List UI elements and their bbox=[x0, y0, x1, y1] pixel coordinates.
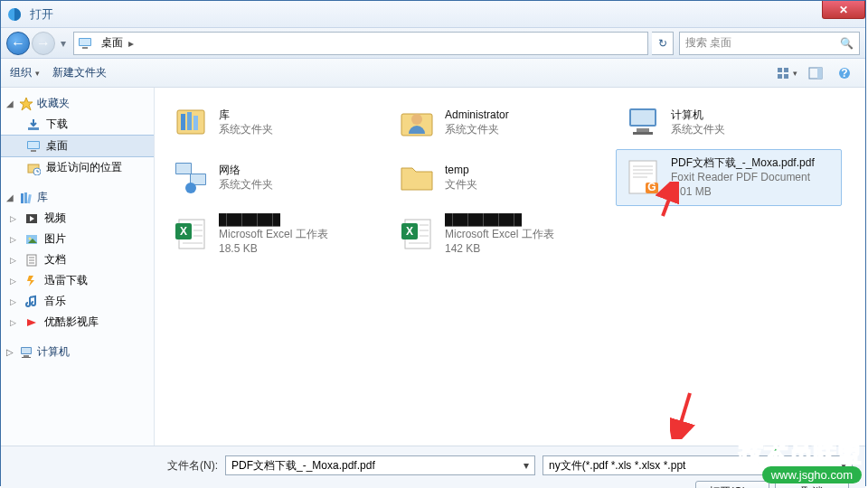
filename-combobox[interactable]: PDF文档下载_-_Moxa.pdf.pdf bbox=[225, 455, 535, 475]
xunlei-icon bbox=[24, 274, 39, 288]
sidebar-item-document[interactable]: ▷文档 bbox=[1, 249, 154, 270]
tree-header-computer[interactable]: ▷ 计算机 bbox=[1, 342, 154, 362]
close-button[interactable]: ✕ bbox=[822, 1, 865, 19]
file-size: 142 KB bbox=[445, 241, 554, 256]
svg-marker-32 bbox=[27, 319, 36, 326]
desktop-icon bbox=[26, 139, 41, 154]
help-button[interactable]: ? bbox=[833, 63, 856, 83]
svg-marker-31 bbox=[27, 276, 34, 286]
svg-rect-34 bbox=[22, 348, 31, 353]
file-item[interactable]: X████████Microsoft Excel 工作表18.5 KB bbox=[164, 206, 390, 263]
computer-icon bbox=[19, 345, 33, 360]
breadcrumb[interactable]: 桌面 ▸ bbox=[73, 32, 648, 55]
file-type: 系统文件夹 bbox=[445, 122, 509, 136]
file-item[interactable]: 库系统文件夹 bbox=[164, 95, 390, 149]
svg-rect-46 bbox=[633, 132, 653, 135]
file-size: 1.01 MB bbox=[671, 184, 815, 199]
breadcrumb-segment[interactable]: 桌面 bbox=[98, 35, 127, 51]
dialog-bottom-panel: 文件名(N): PDF文档下载_-_Moxa.pdf.pdf ny文件(*.pd… bbox=[1, 446, 865, 488]
help-icon: ? bbox=[838, 67, 851, 80]
navigation-bar: ← → ▾ 桌面 ▸ ↻ 搜索 桌面 🔍 bbox=[1, 28, 865, 59]
svg-rect-5 bbox=[784, 68, 788, 72]
search-icon: 🔍 bbox=[840, 37, 854, 50]
svg-rect-21 bbox=[27, 193, 32, 202]
sidebar-item-music[interactable]: ▷音乐 bbox=[1, 291, 154, 312]
svg-marker-12 bbox=[20, 98, 33, 110]
sidebar-item-xunlei[interactable]: ▷迅雷下载 bbox=[1, 270, 154, 291]
svg-rect-45 bbox=[637, 128, 649, 132]
preview-pane-button[interactable] bbox=[804, 63, 827, 83]
svg-text:G: G bbox=[647, 181, 656, 193]
file-item[interactable]: 网络系统文件夹 bbox=[164, 149, 390, 206]
new-folder-button[interactable]: 新建文件夹 bbox=[52, 65, 107, 80]
arrow-left-icon: ← bbox=[11, 35, 25, 52]
file-item[interactable]: 计算机系统文件夹 bbox=[616, 95, 842, 149]
folder-icon bbox=[396, 155, 438, 197]
sidebar-item-download[interactable]: 下载 bbox=[1, 114, 154, 135]
excel-icon: X bbox=[396, 212, 438, 254]
filename-label: 文件名(N): bbox=[155, 458, 218, 474]
file-list[interactable]: 库系统文件夹Administrator系统文件夹计算机系统文件夹网络系统文件夹t… bbox=[155, 88, 865, 446]
svg-rect-9 bbox=[817, 68, 822, 79]
picture-icon bbox=[24, 232, 39, 247]
file-item[interactable]: temp文件夹 bbox=[390, 149, 616, 206]
file-type: Microsoft Excel 工作表 bbox=[219, 227, 328, 241]
svg-rect-44 bbox=[631, 110, 655, 125]
user-folder-icon bbox=[396, 101, 438, 143]
twisty-icon: ▷ bbox=[10, 277, 19, 286]
organize-button[interactable]: 组织 ▾ bbox=[10, 65, 40, 80]
preview-icon bbox=[808, 67, 823, 80]
file-name: ██████████ bbox=[445, 212, 554, 227]
nav-back-button[interactable]: ← bbox=[6, 32, 30, 55]
file-name: 计算机 bbox=[671, 108, 725, 122]
file-name: PDF文档下载_-_Moxa.pdf.pdf bbox=[671, 155, 815, 170]
svg-point-25 bbox=[29, 237, 32, 239]
file-item[interactable]: GPDF文档下载_-_Moxa.pdf.pdfFoxit Reader PDF … bbox=[616, 149, 842, 206]
svg-rect-7 bbox=[784, 74, 788, 79]
file-name: temp bbox=[445, 163, 477, 177]
search-input[interactable]: 搜索 桌面 🔍 bbox=[679, 32, 860, 55]
refresh-button[interactable]: ↻ bbox=[652, 32, 674, 55]
chevron-down-icon: ▾ bbox=[35, 69, 40, 78]
tree-header-favorites[interactable]: ◢ 收藏夹 bbox=[1, 93, 154, 114]
file-name: ████████ bbox=[219, 212, 328, 227]
svg-rect-35 bbox=[24, 355, 29, 357]
file-item[interactable]: Administrator系统文件夹 bbox=[390, 95, 616, 149]
file-size: 18.5 KB bbox=[219, 241, 328, 256]
sidebar-item-video[interactable]: ▷视频 bbox=[1, 208, 154, 229]
svg-rect-39 bbox=[187, 112, 192, 130]
svg-rect-40 bbox=[193, 116, 198, 130]
nav-forward-button[interactable]: → bbox=[32, 32, 55, 55]
twisty-icon: ▷ bbox=[6, 347, 15, 357]
file-type: Foxit Reader PDF Document bbox=[671, 170, 815, 184]
view-mode-button[interactable]: ▾ bbox=[775, 63, 798, 83]
svg-rect-16 bbox=[31, 150, 36, 152]
twisty-icon: ▷ bbox=[10, 235, 19, 244]
svg-text:X: X bbox=[180, 225, 187, 238]
svg-rect-4 bbox=[778, 68, 782, 72]
svg-rect-50 bbox=[191, 174, 205, 184]
sidebar-item-recent[interactable]: 最近访问的位置 bbox=[1, 157, 154, 178]
sidebar-item-picture[interactable]: ▷图片 bbox=[1, 229, 154, 249]
svg-rect-19 bbox=[21, 193, 24, 203]
nav-history-dropdown[interactable]: ▾ bbox=[57, 31, 70, 56]
svg-point-51 bbox=[185, 183, 196, 193]
twisty-icon: ◢ bbox=[6, 99, 15, 108]
svg-text:?: ? bbox=[841, 67, 847, 80]
tree-group-computer: ▷ 计算机 bbox=[1, 342, 154, 362]
sidebar-tree[interactable]: ◢ 收藏夹 下载桌面最近访问的位置 ◢ 库 ▷视频▷图片▷文档▷迅雷下载▷音乐▷… bbox=[1, 88, 155, 446]
refresh-icon: ↻ bbox=[658, 37, 667, 50]
svg-text:X: X bbox=[406, 225, 413, 238]
tree-header-libraries[interactable]: ◢ 库 bbox=[1, 187, 154, 208]
desktop-icon bbox=[78, 36, 94, 51]
tree-group-libraries: ◢ 库 ▷视频▷图片▷文档▷迅雷下载▷音乐▷优酷影视库 bbox=[1, 187, 154, 333]
file-item[interactable]: X██████████Microsoft Excel 工作表142 KB bbox=[390, 206, 616, 263]
svg-rect-6 bbox=[778, 74, 782, 79]
window-title: 打开 bbox=[30, 6, 53, 23]
file-name: Administrator bbox=[445, 108, 509, 122]
chevron-right-icon[interactable]: ▸ bbox=[127, 37, 136, 50]
sidebar-item-desktop[interactable]: 桌面 bbox=[1, 135, 154, 157]
sidebar-item-youku[interactable]: ▷优酷影视库 bbox=[1, 312, 154, 333]
titlebar[interactable]: 打开 ✕ bbox=[1, 1, 865, 28]
twisty-icon: ▷ bbox=[10, 318, 19, 327]
